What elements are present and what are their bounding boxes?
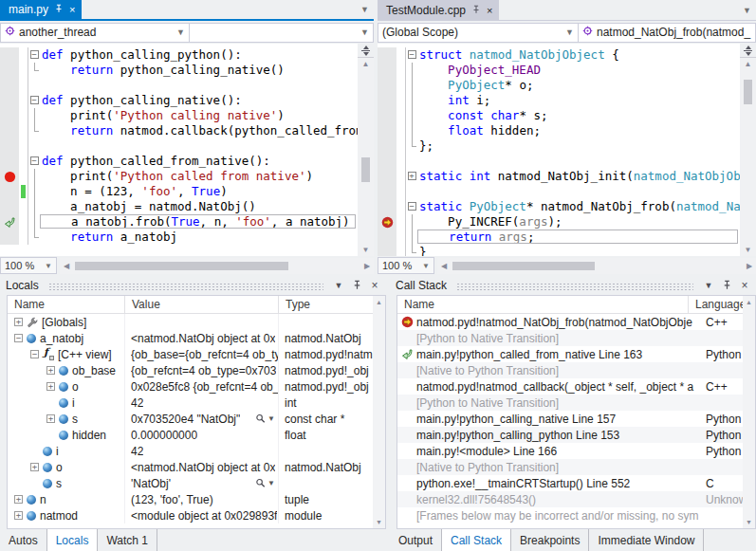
scroll-track[interactable] xyxy=(451,258,743,274)
locals-row[interactable]: +s0x703520e4 "NatObj"▼const char * xyxy=(8,411,385,427)
code-line[interactable] xyxy=(0,78,358,93)
fold-margin[interactable]: − xyxy=(405,199,417,214)
code-text[interactable]: float hidden; xyxy=(417,123,740,138)
tab-testmodule-cpp[interactable]: TestModule.cpp × xyxy=(378,0,499,20)
code-line[interactable]: +static int natmod_NatObj_init(natmod_Na… xyxy=(378,169,740,184)
gutter[interactable] xyxy=(378,214,396,230)
call-stack-row[interactable]: [Native to Python Transition] xyxy=(397,459,755,475)
code-line[interactable]: return natmod.callback(python_called_fro… xyxy=(0,123,358,138)
scroll-up-icon[interactable]: ▲ xyxy=(376,299,382,305)
vertical-scrollbar[interactable]: ▲▼ xyxy=(373,296,385,528)
tab-autos[interactable]: Autos xyxy=(0,529,47,551)
column-header-name[interactable]: Name xyxy=(397,296,689,313)
gutter[interactable] xyxy=(378,108,396,123)
code-line[interactable] xyxy=(378,154,740,169)
code-text[interactable]: } xyxy=(417,245,740,256)
member-dropdown[interactable]: ▼ xyxy=(189,23,374,43)
gutter[interactable] xyxy=(378,245,396,256)
code-line[interactable]: −def python_calling_native(): xyxy=(0,93,358,108)
gutter[interactable] xyxy=(378,47,396,63)
code-text[interactable]: int i; xyxy=(417,93,740,108)
member-dropdown[interactable]: natmod_NatObj_frob(natmod_ ▼ xyxy=(578,23,756,43)
call-stack-row[interactable]: natmod.pyd!natmod_callback(_object * sel… xyxy=(397,378,755,395)
horizontal-scrollbar[interactable]: ◀ ▶ xyxy=(437,258,756,274)
gutter[interactable] xyxy=(0,184,19,199)
code-line[interactable]: PyObject_HEAD xyxy=(378,63,740,78)
code-editor-main-py[interactable]: −def python_calling_python(): return pyt… xyxy=(0,44,374,256)
scroll-splitter-icon[interactable] xyxy=(358,44,374,58)
tab-watch-1[interactable]: Watch 1 xyxy=(98,529,157,551)
scroll-thumb[interactable] xyxy=(744,80,752,104)
vertical-scrollbar[interactable]: ▲ ▼ xyxy=(740,44,756,256)
code-text[interactable]: return a_natobj xyxy=(40,230,358,245)
gutter[interactable] xyxy=(378,63,396,78)
code-text[interactable]: struct natmod_NatObjObject { xyxy=(417,47,740,63)
gutter[interactable] xyxy=(378,169,396,184)
column-header-type[interactable]: Type xyxy=(279,296,385,313)
code-text[interactable]: static PyObject* natmod_NatObj_frob(natm… xyxy=(417,199,740,214)
scroll-track[interactable] xyxy=(73,258,360,274)
code-editor-testmodule-cpp[interactable]: −struct natmod_NatObjObject { PyObject_H… xyxy=(378,44,756,256)
tab-main-py[interactable]: main.py × xyxy=(0,0,82,19)
tab-breakpoints[interactable]: Breakpoints xyxy=(511,529,589,551)
gutter[interactable] xyxy=(378,93,396,108)
scroll-down-icon[interactable]: ▼ xyxy=(376,519,382,525)
horizontal-scrollbar[interactable]: ◀ ▶ xyxy=(60,258,374,274)
fold-margin[interactable] xyxy=(405,214,417,230)
code-line[interactable] xyxy=(378,184,740,199)
code-text[interactable]: return python_calling_native() xyxy=(40,63,358,78)
gutter[interactable] xyxy=(378,184,396,199)
visualizer-button[interactable]: ▼ xyxy=(255,478,275,488)
gutter[interactable] xyxy=(0,169,19,184)
fold-margin[interactable] xyxy=(28,123,40,138)
scroll-down-icon[interactable]: ▼ xyxy=(745,244,752,256)
fold-margin[interactable] xyxy=(28,108,40,123)
scroll-thumb[interactable] xyxy=(452,262,595,270)
close-icon[interactable]: × xyxy=(367,278,382,293)
fold-margin[interactable] xyxy=(405,184,417,199)
code-text[interactable]: print('Python called from native') xyxy=(40,169,358,184)
gutter[interactable] xyxy=(0,138,19,154)
locals-row[interactable]: +o0x028e5fc8 {ob_refcnt=4 ob_tnatmod.pyd… xyxy=(8,378,385,395)
code-text[interactable]: PyObject* o; xyxy=(417,78,740,93)
locals-row[interactable]: +o<natmod.NatObj object at 0xnatmod.NatO… xyxy=(8,459,385,475)
scroll-up-icon[interactable]: ▲ xyxy=(745,58,752,70)
code-text[interactable]: def python_calling_python(): xyxy=(40,47,358,63)
fold-margin[interactable] xyxy=(405,154,417,169)
scroll-track[interactable] xyxy=(358,70,374,244)
gutter[interactable] xyxy=(0,47,19,63)
tab-immediate-window[interactable]: Immediate Window xyxy=(589,529,704,551)
window-menu-icon[interactable]: ▼ xyxy=(701,278,716,293)
locals-title-bar[interactable]: Locals ▼ × xyxy=(0,275,386,295)
locals-row[interactable]: +ob_base{ob_refcnt=4 ob_type=0x703natmod… xyxy=(8,362,385,378)
code-text[interactable]: static int natmod_NatObj_init(natmod_Nat… xyxy=(417,169,740,184)
gutter[interactable] xyxy=(0,63,19,78)
collapse-icon[interactable]: − xyxy=(408,202,416,211)
locals-row[interactable]: s'NatObj'▼ xyxy=(8,475,385,491)
gutter[interactable] xyxy=(0,199,19,214)
fold-margin[interactable] xyxy=(405,93,417,108)
code-line[interactable]: }; xyxy=(378,138,740,154)
call-stack-row[interactable]: [Native to Python Transition] xyxy=(397,362,755,378)
tab-output[interactable]: Output xyxy=(390,529,442,551)
fold-margin[interactable] xyxy=(28,138,40,154)
close-icon[interactable]: × xyxy=(487,6,492,15)
gutter[interactable] xyxy=(0,123,19,138)
code-text[interactable]: Py_INCREF(args); xyxy=(417,214,740,230)
scroll-thumb[interactable] xyxy=(75,262,288,270)
fold-margin[interactable] xyxy=(28,63,40,78)
gutter[interactable] xyxy=(0,214,19,230)
code-text[interactable]: a_natobj.frob(True, n, 'foo', a_natobj) xyxy=(40,214,356,229)
scroll-splitter-icon[interactable] xyxy=(740,44,756,58)
code-line[interactable]: −static PyObject* natmod_NatObj_frob(nat… xyxy=(378,199,740,214)
code-line[interactable]: float hidden; xyxy=(378,123,740,138)
scroll-up-icon[interactable]: ▲ xyxy=(362,58,370,70)
expander-icon[interactable]: + xyxy=(46,366,55,375)
expand-icon[interactable]: + xyxy=(408,172,416,180)
locals-row[interactable]: +[Globals] xyxy=(8,314,385,330)
fold-margin[interactable]: − xyxy=(28,93,40,108)
code-line[interactable]: −struct natmod_NatObjObject { xyxy=(378,47,740,63)
fold-margin[interactable]: − xyxy=(405,47,417,63)
column-header-name[interactable]: Name xyxy=(8,296,125,313)
gutter[interactable] xyxy=(378,199,396,214)
